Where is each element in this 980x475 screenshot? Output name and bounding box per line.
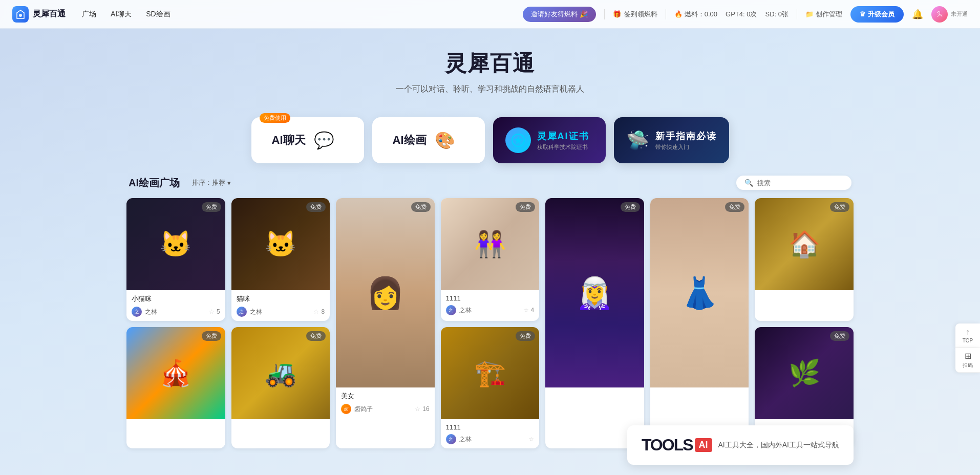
free-badge-5: 免费 — [621, 202, 640, 212]
gallery-item-4[interactable]: 👭 免费 1111 之 之林 ☆ 4 — [441, 198, 540, 321]
author-3: 卤 卤鸽子 — [341, 404, 373, 414]
qrcode-icon: ⊞ — [965, 351, 971, 361]
gallery-img-5: 🧝‍♀️ 免费 — [545, 198, 644, 387]
author-avatar-2: 之 — [237, 307, 247, 317]
gallery-item-3[interactable]: 👩 免费 美女 卤 卤鸽子 ☆ 16 — [336, 198, 435, 448]
gallery-item-8[interactable]: 🎪 免费 — [126, 327, 225, 448]
free-badge-8: 免费 — [202, 331, 221, 341]
cert-card-inner: 灵犀AI证书 获取科学技术院证书 — [493, 117, 606, 163]
author-4: 之 之林 — [446, 305, 472, 315]
star-icon-2: ☆ — [313, 308, 319, 315]
free-badge-2: 免费 — [306, 202, 326, 212]
gallery-info-7 — [755, 290, 854, 301]
nav-ai-chat[interactable]: AI聊天 — [111, 8, 132, 21]
guide-sub-label: 带你快速入门 — [655, 143, 717, 151]
gallery-img-1: 🐱 免费 — [126, 198, 225, 290]
gallery-item-1[interactable]: 🐱 免费 小猫咪 之 之林 ☆ 5 — [126, 198, 225, 321]
img-placeholder-3: 👩 — [336, 198, 435, 387]
fuel-icon: 🔥 — [674, 10, 683, 18]
fuel-display: 🔥 燃料：0.00 — [674, 10, 717, 19]
img-placeholder-2: 🐱 — [231, 198, 330, 290]
feature-card-ai-chat[interactable]: 免费使用 AI聊天 💬 — [251, 117, 364, 163]
free-badge-11: 免费 — [830, 331, 849, 341]
img-placeholder-11: 🌿 — [755, 327, 854, 419]
author-name-1: 之林 — [145, 308, 157, 316]
sort-button[interactable]: 排序：推荐 ▾ — [192, 178, 231, 187]
gallery-item-2[interactable]: 🐱 免费 猫咪 之 之林 ☆ 8 — [231, 198, 330, 321]
gallery-header: AI绘画广场 排序：推荐 ▾ 🔍 — [126, 176, 854, 190]
item-name-1: 小猫咪 — [132, 294, 220, 304]
stars-10: ☆ — [528, 436, 534, 443]
gallery-title: AI绘画广场 — [129, 176, 180, 190]
gallery-info-10: 1111 之 之林 ☆ — [441, 419, 540, 448]
free-badge: 免费使用 — [260, 113, 290, 123]
guide-card-text: 新手指南必读 带你快速入门 — [655, 130, 717, 151]
nav-sd-draw[interactable]: SD绘画 — [146, 8, 170, 21]
gallery-img-8: 🎪 免费 — [126, 327, 225, 419]
gallery-section: AI绘画广场 排序：推荐 ▾ 🔍 🐱 免费 小猫咪 — [106, 176, 874, 448]
tools-ai-panel[interactable]: TOOLS AI AI工具大全，国内外AI工具一站式导航 — [627, 425, 854, 465]
hero-title: 灵犀百通 — [0, 49, 980, 78]
gallery-grid: 🐱 免费 小猫咪 之 之林 ☆ 5 — [126, 198, 854, 448]
notification-bell[interactable]: 🔔 — [912, 9, 923, 20]
sidebar-top-button[interactable]: ↑ TOP — [955, 323, 980, 348]
top-icon: ↑ — [966, 328, 970, 337]
nav-guangchang[interactable]: 广场 — [82, 8, 96, 21]
author-avatar-1: 之 — [132, 307, 142, 317]
chat-icon: 💬 — [314, 131, 334, 150]
free-badge-4: 免费 — [516, 202, 535, 212]
gallery-img-3: 👩 免费 — [336, 198, 435, 387]
checkin-button[interactable]: 🎁 签到领燃料 — [613, 10, 657, 19]
logo-icon — [12, 6, 29, 23]
gallery-info-3: 美女 卤 卤鸽子 ☆ 16 — [336, 387, 435, 418]
star-icon-1: ☆ — [209, 308, 215, 315]
stars-4: ☆ 4 — [523, 307, 535, 314]
svg-point-0 — [19, 14, 22, 17]
fuel-label: 燃料：0.00 — [685, 10, 717, 19]
user-avatar[interactable]: 头 — [931, 6, 948, 23]
gallery-info-1: 小猫咪 之 之林 ☆ 5 — [126, 290, 225, 321]
gallery-img-2: 🐱 免费 — [231, 198, 330, 290]
img-placeholder-8: 🎪 — [126, 327, 225, 419]
checkin-icon: 🎁 — [613, 10, 621, 18]
nav-logo[interactable]: 灵犀百通 — [12, 6, 66, 23]
upgrade-button[interactable]: ♛ 升级会员 — [850, 6, 904, 23]
gallery-item-7[interactable]: 🏠 免费 — [755, 198, 854, 321]
star-icon-3: ☆ — [415, 405, 420, 413]
gallery-item-6[interactable]: 👗 免费 — [650, 198, 749, 448]
crown-icon: ♛ — [860, 10, 866, 18]
img-placeholder-7: 🏠 — [755, 198, 854, 290]
sidebar-qrcode-button[interactable]: ⊞ 扫码 — [955, 348, 980, 373]
item-name-2: 猫咪 — [237, 294, 325, 304]
feature-card-ai-draw[interactable]: AI绘画 🎨 — [372, 117, 485, 163]
free-badge-7: 免费 — [830, 202, 849, 212]
cert-main-label: 灵犀AI证书 — [537, 130, 589, 142]
gallery-item-9[interactable]: 🚜 免费 — [231, 327, 330, 448]
item-name-10: 1111 — [446, 423, 535, 431]
ufo-icon: 🛸 — [626, 129, 649, 151]
user-status: 未开通 — [951, 10, 968, 18]
img-placeholder-6: 👗 — [650, 198, 749, 387]
separator-2 — [666, 9, 666, 19]
checkin-label: 签到领燃料 — [624, 10, 657, 19]
manage-button[interactable]: 📁 创作管理 — [805, 10, 842, 19]
feature-card-guide[interactable]: 🛸 新手指南必读 带你快速入门 — [614, 117, 729, 163]
item-name-3: 美女 — [341, 392, 430, 401]
img-placeholder-10: 🏗️ — [441, 327, 540, 419]
author-name-3: 卤鸽子 — [354, 405, 373, 414]
feature-card-cert[interactable]: 灵犀AI证书 获取科学技术院证书 — [493, 117, 606, 163]
star-count-1: 5 — [217, 308, 220, 315]
cert-icon — [505, 127, 531, 153]
invite-button[interactable]: 邀请好友得燃料 🎉 — [523, 7, 596, 22]
img-placeholder-4: 👭 — [441, 198, 540, 290]
tools-ai-description: AI工具大全，国内外AI工具一站式导航 — [718, 441, 839, 450]
gallery-item-10[interactable]: 🏗️ 免费 1111 之 之林 ☆ — [441, 327, 540, 448]
gallery-info-6 — [650, 387, 749, 399]
author-name-2: 之林 — [250, 308, 262, 316]
search-input[interactable] — [757, 179, 843, 187]
separator-1 — [604, 9, 605, 19]
gallery-item-5[interactable]: 🧝‍♀️ 免费 — [545, 198, 644, 448]
img-placeholder-9: 🚜 — [231, 327, 330, 419]
user-avatar-area[interactable]: 头 未开通 — [931, 6, 968, 23]
cert-card-text: 灵犀AI证书 获取科学技术院证书 — [537, 130, 589, 151]
